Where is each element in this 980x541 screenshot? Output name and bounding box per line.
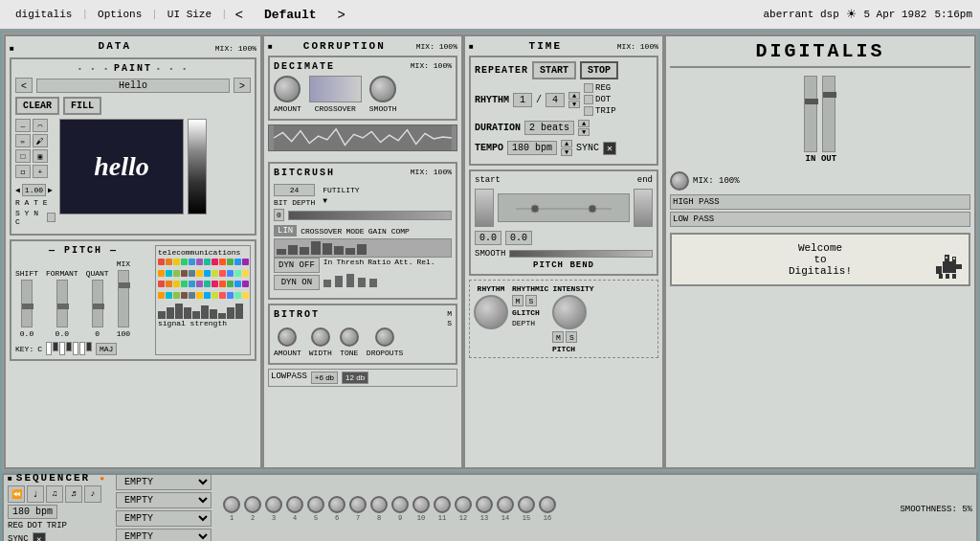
clear-button[interactable]: CLEAR — [15, 97, 59, 115]
rate-arrow-right[interactable]: ▶ — [48, 186, 53, 194]
start-button[interactable]: START — [532, 61, 576, 79]
low-pass-button[interactable]: LOW PASS — [670, 212, 970, 227]
seq-knob-14[interactable] — [497, 496, 514, 513]
tempo-value[interactable]: 180 bpm — [507, 141, 557, 155]
pb-start-slider[interactable] — [475, 189, 494, 227]
decimate-smooth-knob[interactable] — [369, 76, 396, 102]
piano-key-6[interactable] — [79, 342, 85, 355]
mix-slider[interactable] — [118, 270, 129, 327]
rhythm2-knob[interactable] — [474, 295, 508, 329]
shift-slider[interactable] — [21, 280, 33, 327]
seq-knob-10[interactable] — [412, 496, 430, 513]
decimate-crossover-slider[interactable] — [309, 76, 362, 102]
lin-mode-btn[interactable]: LIN — [274, 225, 297, 237]
rate-arrow-left[interactable]: ◀ — [15, 186, 20, 194]
seq-knob-4[interactable] — [286, 496, 303, 513]
seq-knob-7[interactable] — [349, 496, 367, 513]
options-menu[interactable]: Options — [90, 7, 149, 22]
seq-knob-12[interactable] — [455, 496, 472, 513]
rhythm-numerator[interactable]: 1 — [513, 93, 532, 107]
brush-tool[interactable]: 🖌 — [33, 134, 48, 147]
m1-button[interactable]: M — [512, 295, 523, 306]
rhythm-denominator[interactable]: 4 — [546, 93, 565, 107]
seq-icon-5[interactable]: ♪ — [84, 485, 101, 503]
seq-sync-checkbox[interactable]: ✕ — [33, 532, 46, 541]
seq-icon-1[interactable]: ⏪ — [8, 485, 25, 503]
dyn-off-button[interactable]: DYN OFF — [274, 258, 320, 273]
seq-knob-1[interactable] — [223, 496, 240, 513]
app-menu[interactable]: digitalis — [8, 7, 79, 22]
paint-canvas[interactable]: hello — [59, 119, 184, 214]
seq-knob-9[interactable] — [391, 496, 409, 513]
piano-keys[interactable] — [46, 342, 92, 355]
curve-tool[interactable]: ⌒ — [33, 119, 48, 132]
seq-dropdown-4[interactable]: EMPTY — [116, 529, 212, 542]
rhythm-spin-up[interactable]: ▲ — [568, 92, 580, 100]
pb-end-slider[interactable] — [634, 189, 653, 227]
pencil-tool[interactable]: ✏ — [15, 134, 31, 147]
quant-slider[interactable] — [92, 280, 103, 327]
s2-button[interactable]: S — [566, 331, 577, 343]
duration-spin-up[interactable]: ▲ — [578, 120, 590, 127]
tempo-spin[interactable]: ▲ ▼ — [561, 140, 572, 156]
in-slider[interactable] — [804, 76, 817, 152]
maj-label[interactable]: MAJ — [96, 343, 117, 355]
seq-knob-3[interactable] — [265, 496, 282, 513]
duration-spin[interactable]: ▲ ▼ — [578, 120, 590, 136]
piano-key-1[interactable] — [46, 342, 52, 355]
fill-tool[interactable]: ▣ — [33, 149, 48, 163]
s1-button[interactable]: S — [525, 295, 537, 306]
formant-slider[interactable] — [56, 280, 68, 327]
dyn-on-button[interactable]: DYN ON — [274, 275, 320, 290]
bitrot-dropouts-knob[interactable] — [375, 327, 394, 347]
duration-value[interactable]: 2 beats — [524, 121, 574, 135]
seq-dropdown-3[interactable]: EMPTY — [116, 510, 212, 527]
bitcrush-slider[interactable] — [288, 211, 452, 220]
fill-button[interactable]: FILL — [63, 97, 101, 115]
seq-icon-3[interactable]: ♫ — [46, 485, 63, 503]
duration-spin-down[interactable]: ▼ — [578, 128, 590, 136]
seq-icon-4[interactable]: ♬ — [65, 485, 82, 503]
seq-icon-2[interactable]: ♩ — [27, 485, 44, 503]
out-slider[interactable] — [822, 76, 835, 152]
stop-button[interactable]: STOP — [580, 61, 618, 79]
reg-checkbox[interactable] — [584, 83, 593, 93]
bitrot-width-knob[interactable] — [311, 327, 330, 347]
tempo-spin-down[interactable]: ▼ — [561, 148, 572, 156]
seq-knob-2[interactable] — [244, 496, 261, 513]
seq-knob-15[interactable] — [518, 496, 535, 513]
dot-checkbox[interactable] — [584, 95, 593, 104]
rhythm-spin-down[interactable]: ▼ — [568, 101, 580, 108]
seq-knob-11[interactable] — [434, 496, 451, 513]
seq-knob-16[interactable] — [539, 496, 556, 513]
seq-bpm[interactable]: 180 bpm — [8, 505, 57, 519]
line-tool[interactable]: — — [15, 119, 31, 132]
bitrot-tone-knob[interactable] — [340, 327, 359, 347]
rhythm-spin-buttons[interactable]: ▲ ▼ — [568, 92, 580, 108]
seq-knob-6[interactable] — [328, 496, 345, 513]
tempo-spin-up[interactable]: ▲ — [561, 140, 572, 147]
bitrot-amount-knob[interactable] — [278, 327, 297, 347]
select-tool[interactable]: + — [33, 165, 48, 178]
sync-x-checkbox[interactable]: ✕ — [603, 142, 616, 155]
sync-checkbox[interactable] — [47, 213, 56, 222]
seq-knob-13[interactable] — [476, 496, 493, 513]
eraser-tool[interactable]: ◻ — [15, 165, 31, 178]
seq-knob-5[interactable] — [307, 496, 324, 513]
piano-key-3[interactable] — [59, 342, 65, 355]
rect-tool[interactable]: □ — [15, 149, 31, 163]
lowpass-6db-button[interactable]: +6 db — [311, 372, 338, 384]
seq-dropdown-2[interactable]: EMPTY — [116, 492, 212, 508]
m2-button[interactable]: M — [552, 331, 564, 343]
seq-knob-8[interactable] — [370, 496, 388, 513]
lowpass-12db-button[interactable]: 12 db — [342, 372, 368, 384]
trip-checkbox[interactable] — [584, 106, 593, 116]
piano-key-2[interactable] — [53, 342, 58, 351]
intensity-knob[interactable] — [552, 295, 587, 329]
piano-key-7[interactable] — [86, 342, 92, 351]
high-pass-button[interactable]: HIGH PASS — [670, 194, 970, 210]
nav-right-button[interactable]: > — [331, 5, 350, 24]
pb-smooth-slider[interactable] — [509, 250, 653, 258]
seq-dropdown-1[interactable]: EMPTY — [116, 474, 212, 490]
paint-prev-button[interactable]: < — [15, 78, 33, 93]
